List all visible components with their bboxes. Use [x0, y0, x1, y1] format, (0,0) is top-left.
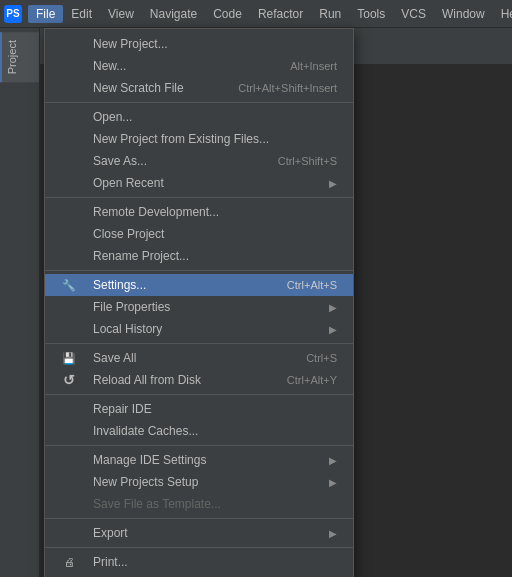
menu-view[interactable]: View	[100, 5, 142, 23]
menu-vcs[interactable]: VCS	[393, 5, 434, 23]
export-label: Export	[93, 526, 329, 540]
save-as-shortcut: Ctrl+Shift+S	[278, 155, 337, 167]
settings-shortcut: Ctrl+Alt+S	[287, 279, 337, 291]
menu-item-print[interactable]: Print...	[45, 551, 353, 573]
reload-all-shortcut: Ctrl+Alt+Y	[287, 374, 337, 386]
open-recent-label: Open Recent	[93, 176, 329, 190]
new-projects-setup-label: New Projects Setup	[93, 475, 329, 489]
file-properties-label: File Properties	[93, 300, 329, 314]
new-scratch-file-shortcut: Ctrl+Alt+Shift+Insert	[238, 82, 337, 94]
repair-ide-label: Repair IDE	[93, 402, 337, 416]
new-project-from-files-label: New Project from Existing Files...	[93, 132, 337, 146]
menu-item-settings[interactable]: Settings... Ctrl+Alt+S	[45, 274, 353, 296]
app-icon: PS	[4, 3, 22, 25]
sidebar: Project	[0, 28, 40, 577]
file-dropdown-menu: New Project... New... Alt+Insert New Scr…	[44, 28, 354, 577]
open-recent-arrow: ▶	[329, 178, 337, 189]
menu-item-file-properties[interactable]: File Properties ▶	[45, 296, 353, 318]
new-label: New...	[93, 59, 270, 73]
menu-item-new-projects-setup[interactable]: New Projects Setup ▶	[45, 471, 353, 493]
remote-development-label: Remote Development...	[93, 205, 337, 219]
local-history-label: Local History	[93, 322, 329, 336]
rename-project-label: Rename Project...	[93, 249, 337, 263]
menu-item-remote-development[interactable]: Remote Development...	[45, 201, 353, 223]
save-all-icon	[59, 348, 79, 368]
menu-item-rename-project[interactable]: Rename Project...	[45, 245, 353, 267]
menu-item-export[interactable]: Export ▶	[45, 522, 353, 544]
menu-file[interactable]: File	[28, 5, 63, 23]
settings-label: Settings...	[93, 278, 267, 292]
menu-item-new-project-from-files[interactable]: New Project from Existing Files...	[45, 128, 353, 150]
menu-item-new[interactable]: New... Alt+Insert	[45, 55, 353, 77]
menu-item-repair-ide[interactable]: Repair IDE	[45, 398, 353, 420]
manage-ide-settings-label: Manage IDE Settings	[93, 453, 329, 467]
separator-7	[45, 518, 353, 519]
separator-4	[45, 343, 353, 344]
menu-item-open[interactable]: Open...	[45, 106, 353, 128]
local-history-arrow: ▶	[329, 324, 337, 335]
menu-help[interactable]: Help	[493, 5, 512, 23]
new-shortcut: Alt+Insert	[290, 60, 337, 72]
save-all-shortcut: Ctrl+S	[306, 352, 337, 364]
print-label: Print...	[93, 555, 337, 569]
new-project-label: New Project...	[93, 37, 337, 51]
separator-3	[45, 270, 353, 271]
menu-tools[interactable]: Tools	[349, 5, 393, 23]
menu-navigate[interactable]: Navigate	[142, 5, 205, 23]
manage-ide-settings-arrow: ▶	[329, 455, 337, 466]
print-icon	[59, 552, 79, 572]
menu-window[interactable]: Window	[434, 5, 493, 23]
reload-icon	[59, 370, 79, 390]
app-icon-inner: PS	[4, 5, 22, 23]
menu-item-open-recent[interactable]: Open Recent ▶	[45, 172, 353, 194]
menu-item-local-history[interactable]: Local History ▶	[45, 318, 353, 340]
invalidate-caches-label: Invalidate Caches...	[93, 424, 337, 438]
menu-item-new-scratch-file[interactable]: New Scratch File Ctrl+Alt+Shift+Insert	[45, 77, 353, 99]
separator-2	[45, 197, 353, 198]
file-properties-arrow: ▶	[329, 302, 337, 313]
export-arrow: ▶	[329, 528, 337, 539]
menu-run[interactable]: Run	[311, 5, 349, 23]
save-all-label: Save All	[93, 351, 286, 365]
menu-edit[interactable]: Edit	[63, 5, 100, 23]
menu-item-close-project[interactable]: Close Project	[45, 223, 353, 245]
settings-icon	[59, 275, 79, 295]
menu-item-power-save-mode[interactable]: Power Save Mode	[45, 573, 353, 577]
menu-item-save-file-as-template[interactable]: Save File as Template...	[45, 493, 353, 515]
new-projects-setup-arrow: ▶	[329, 477, 337, 488]
separator-1	[45, 102, 353, 103]
save-as-label: Save As...	[93, 154, 258, 168]
open-label: Open...	[93, 110, 337, 124]
reload-all-label: Reload All from Disk	[93, 373, 267, 387]
menu-code[interactable]: Code	[205, 5, 250, 23]
menu-refactor[interactable]: Refactor	[250, 5, 311, 23]
close-project-label: Close Project	[93, 227, 337, 241]
menu-item-reload-all[interactable]: Reload All from Disk Ctrl+Alt+Y	[45, 369, 353, 391]
separator-5	[45, 394, 353, 395]
menu-item-invalidate-caches[interactable]: Invalidate Caches...	[45, 420, 353, 442]
menu-item-new-project[interactable]: New Project...	[45, 33, 353, 55]
menubar: PS File Edit View Navigate Code Refactor…	[0, 0, 512, 28]
menu-item-save-all[interactable]: Save All Ctrl+S	[45, 347, 353, 369]
sidebar-tab-project[interactable]: Project	[0, 32, 39, 82]
menu-item-manage-ide-settings[interactable]: Manage IDE Settings ▶	[45, 449, 353, 471]
separator-6	[45, 445, 353, 446]
save-file-as-template-label: Save File as Template...	[93, 497, 337, 511]
menu-item-save-as[interactable]: Save As... Ctrl+Shift+S	[45, 150, 353, 172]
separator-8	[45, 547, 353, 548]
new-scratch-file-label: New Scratch File	[93, 81, 218, 95]
